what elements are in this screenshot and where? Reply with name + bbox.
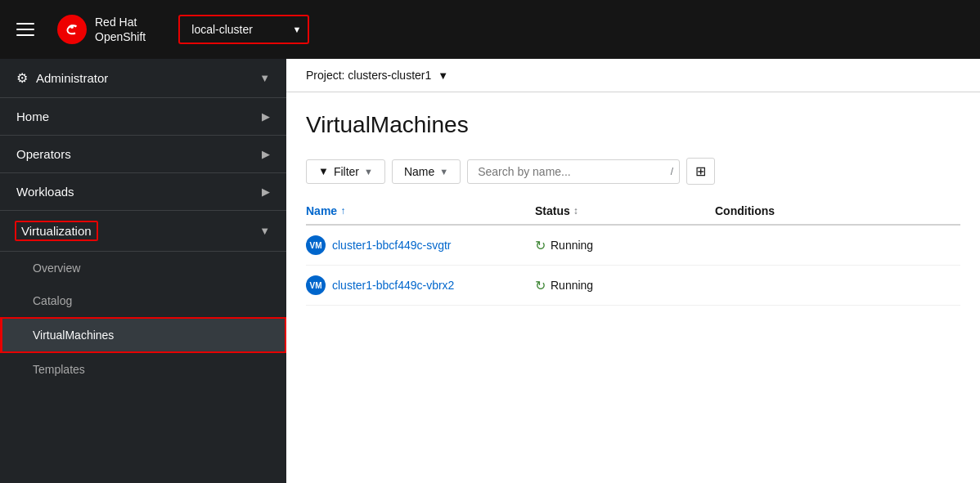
logo-area: Red Hat OpenShift: [57, 15, 146, 44]
vm-name-cell: VM cluster1-bbcf449c-vbrx2: [306, 275, 535, 295]
vm-badge: VM: [306, 275, 326, 295]
chevron-down-icon: ▼: [259, 72, 270, 84]
table-header: Name ↑ Status ↕ Conditions: [306, 198, 960, 226]
vm-name-link[interactable]: cluster1-bbcf449c-svgtr: [332, 239, 452, 252]
cluster-selector-wrapper: local-cluster remote-cluster: [165, 15, 309, 44]
status-cell: ↻ Running: [535, 278, 715, 293]
page-title: VirtualMachines: [306, 112, 960, 138]
columns-button[interactable]: ⊞: [686, 158, 715, 185]
sidebar-home-label: Home: [16, 110, 49, 123]
sidebar-item-workloads[interactable]: Workloads ▶: [0, 173, 286, 211]
filter-button[interactable]: ▼ Filter ▼: [306, 159, 385, 184]
sync-icon: ↻: [535, 238, 546, 253]
vm-name-cell: VM cluster1-bbcf449c-svgtr: [306, 235, 535, 255]
sidebar-item-administrator[interactable]: ⚙ Administrator ▼: [0, 59, 286, 98]
sidebar-administrator-label: Administrator: [36, 71, 108, 85]
cluster-selector[interactable]: local-cluster remote-cluster: [178, 15, 309, 44]
sidebar-virtualization-label: Virtualization: [15, 221, 98, 241]
th-status[interactable]: Status ↕: [535, 204, 715, 217]
svg-point-1: [70, 25, 74, 29]
filter-icon: ▼: [318, 165, 329, 177]
sync-icon: ↻: [535, 278, 546, 293]
main-layout: ⚙ Administrator ▼ Home ▶ Operators ▶ Wor…: [0, 59, 980, 483]
sidebar-item-operators[interactable]: Operators ▶: [0, 136, 286, 173]
sidebar-sub-item-catalog[interactable]: Catalog: [0, 284, 286, 317]
th-conditions: Conditions: [715, 204, 960, 217]
filter-bar: ▼ Filter ▼ Name ▼ / ⊞: [286, 151, 980, 198]
svg-point-0: [57, 15, 87, 44]
th-name[interactable]: Name ↑: [306, 204, 535, 217]
logo-text: Red Hat OpenShift: [95, 15, 146, 44]
sidebar-operators-label: Operators: [16, 147, 71, 161]
redhat-logo-icon: [57, 15, 87, 44]
filter-chevron-icon: ▼: [364, 167, 373, 177]
gear-icon: ⚙: [16, 70, 28, 86]
project-bar: Project: clusters-cluster1 ▼: [286, 59, 980, 92]
sidebar-item-virtualization[interactable]: Virtualization ▼: [0, 211, 286, 252]
chevron-right-icon: ▶: [262, 186, 270, 198]
columns-icon: ⊞: [695, 164, 706, 178]
hamburger-menu-button[interactable]: [13, 20, 38, 39]
chevron-right-icon: ▶: [262, 110, 270, 123]
content-area: Project: clusters-cluster1 ▼ VirtualMach…: [286, 59, 980, 483]
status-text: Running: [551, 239, 593, 252]
chevron-down-icon: ▼: [259, 225, 270, 237]
project-dropdown-button[interactable]: ▼: [438, 69, 448, 82]
status-text: Running: [551, 279, 593, 292]
search-shortcut-icon: /: [671, 166, 673, 177]
sidebar: ⚙ Administrator ▼ Home ▶ Operators ▶ Wor…: [0, 59, 286, 483]
name-label: Name: [404, 165, 434, 178]
sidebar-sub-menu: Overview Catalog VirtualMachines Templat…: [0, 252, 286, 386]
name-select[interactable]: Name ▼: [392, 159, 461, 184]
name-chevron-icon: ▼: [439, 167, 448, 177]
sort-up-icon: ↑: [340, 205, 345, 217]
sidebar-item-home[interactable]: Home ▶: [0, 98, 286, 136]
chevron-right-icon: ▶: [262, 148, 270, 160]
vm-table: Name ↑ Status ↕ Conditions VM cluster1-b…: [286, 198, 980, 306]
sidebar-sub-item-virtualmachines[interactable]: VirtualMachines: [0, 317, 286, 353]
vm-badge: VM: [306, 235, 326, 255]
sidebar-sub-item-templates[interactable]: Templates: [0, 353, 286, 386]
filter-label: Filter: [334, 165, 359, 178]
project-label: Project: clusters-cluster1: [306, 69, 431, 82]
table-row: VM cluster1-bbcf449c-vbrx2 ↻ Running: [306, 266, 960, 306]
vm-name-link[interactable]: cluster1-bbcf449c-vbrx2: [332, 279, 454, 292]
search-input-wrapper: /: [467, 159, 680, 184]
search-input[interactable]: [467, 159, 680, 184]
table-row: VM cluster1-bbcf449c-svgtr ↻ Running: [306, 226, 960, 266]
sidebar-sub-item-overview[interactable]: Overview: [0, 252, 286, 284]
top-header: Red Hat OpenShift local-cluster remote-c…: [0, 0, 980, 59]
sidebar-workloads-label: Workloads: [16, 185, 74, 199]
sort-neutral-icon: ↕: [573, 205, 578, 217]
content-header: VirtualMachines: [286, 92, 980, 151]
status-cell: ↻ Running: [535, 238, 715, 253]
